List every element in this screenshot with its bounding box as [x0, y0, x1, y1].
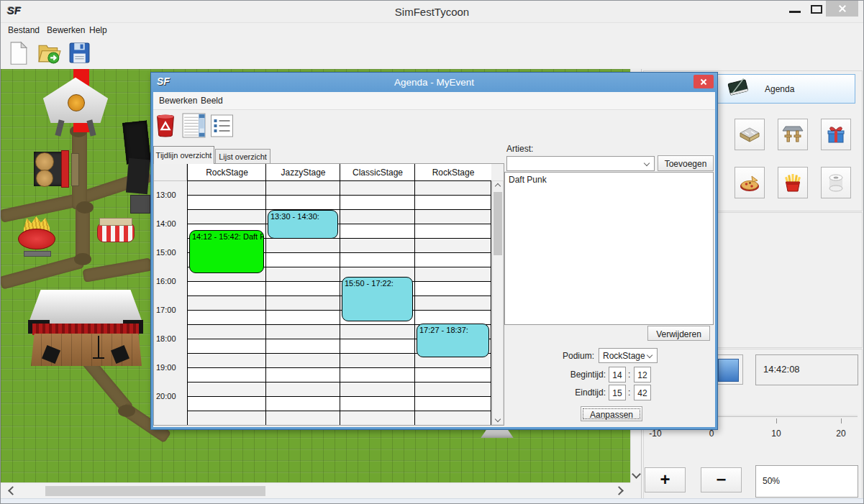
slider-tick — [841, 418, 842, 423]
dirt-path — [82, 257, 153, 282]
map-horizontal-scrollbar[interactable] — [1, 482, 630, 498]
time-label: 17:00 — [156, 306, 176, 314]
slider-label: 0 — [701, 429, 722, 439]
scroll-up-button[interactable] — [493, 181, 503, 191]
tab-timeline-overview[interactable]: Tijdlijn overzicht — [153, 146, 214, 164]
agenda-button[interactable]: Agenda — [717, 74, 855, 104]
fries-icon[interactable] — [778, 167, 808, 198]
window-bottom-edge — [1, 498, 864, 504]
menu-bewerken[interactable]: Bewerken — [47, 25, 85, 35]
main-stage-icon[interactable] — [28, 288, 145, 367]
burger-stand-icon[interactable] — [34, 150, 77, 188]
chevron-down-icon — [647, 352, 652, 358]
scroll-down-button[interactable] — [493, 414, 503, 424]
toilet-paper-icon[interactable] — [821, 167, 851, 198]
schedule-event[interactable]: 15:50 - 17:22: — [342, 277, 413, 321]
menu-bestand[interactable]: Bestand — [8, 25, 40, 35]
new-document-icon[interactable] — [9, 41, 28, 65]
stage-column-header: ClassicStage — [340, 164, 415, 181]
artist-list-item[interactable]: Daft Punk — [509, 175, 713, 185]
apply-button[interactable]: Aanpassen — [581, 406, 642, 421]
minimize-button[interactable] — [789, 11, 801, 13]
tab-list-overview[interactable]: Lijst overzicht — [215, 149, 270, 164]
stage-column-header: RockStage — [188, 164, 266, 181]
scroll-down-button[interactable] — [631, 466, 642, 482]
begin-minute-field[interactable]: 12 — [634, 367, 651, 382]
delete-trash-icon[interactable] — [155, 114, 176, 137]
notebook-icon — [724, 76, 752, 102]
zoom-out-button[interactable]: − — [701, 467, 742, 492]
add-artist-button[interactable]: Toevoegen — [658, 155, 714, 171]
slider-label: 10 — [765, 429, 787, 439]
dialog-menubar: Bewerken Beeld — [153, 92, 715, 110]
grid-vertical-scrollbar[interactable] — [492, 180, 504, 425]
slider-label: -10 — [645, 429, 666, 439]
chevron-down-icon — [632, 469, 641, 479]
artist-label: Artiest: — [506, 144, 533, 154]
dialog-close-button[interactable] — [694, 75, 714, 88]
time-label: 18:00 — [156, 334, 176, 343]
time-label: 16:00 — [156, 277, 176, 285]
time-label: 14:00 — [156, 219, 176, 228]
chevron-down-icon — [495, 416, 501, 422]
stage-equipment-icon[interactable] — [123, 122, 152, 215]
zoom-in-button[interactable]: + — [645, 467, 686, 492]
open-folder-icon[interactable] — [37, 42, 63, 65]
dialog-content: Bewerken Beeld Tijdlijn overzicht Lijst … — [153, 92, 715, 427]
fries-stand-icon[interactable] — [18, 216, 55, 255]
chevron-up-icon — [495, 183, 501, 189]
grid-corner-cell — [154, 164, 187, 181]
slider-label: 20 — [830, 429, 852, 439]
agenda-dialog: SF Agenda - MyEvent Bewerken Beeld Tij — [150, 72, 718, 430]
save-icon[interactable] — [68, 42, 91, 64]
schedule-event[interactable]: 14:12 - 15:42: Daft Punk — [189, 230, 264, 273]
dialog-menu-bewerken[interactable]: Bewerken — [159, 96, 197, 106]
stage-structure-icon[interactable] — [778, 119, 808, 150]
artist-listbox[interactable]: Daft Punk — [504, 172, 714, 325]
podium-combobox[interactable]: RockStage — [599, 348, 658, 363]
clock-value: 14:42:08 — [763, 364, 858, 375]
timeline-view-icon[interactable] — [182, 113, 206, 138]
begin-hour-field[interactable]: 14 — [609, 367, 626, 382]
time-colon: : — [628, 370, 630, 380]
chevron-down-icon — [644, 160, 650, 166]
path-junction — [118, 405, 135, 417]
schedule-grid-panel: 13:0014:0015:0016:0017:0018:0019:0020:00… — [153, 163, 504, 426]
schedule-event[interactable]: 17:27 - 18:37: — [417, 324, 489, 357]
dialog-title: Agenda - MyEvent — [151, 77, 717, 88]
grid-column-line — [340, 164, 340, 426]
schedule-table[interactable]: RockStageJazzyStageClassicStageRockStage… — [187, 164, 491, 426]
end-time-label: Eindtijd: — [535, 388, 606, 398]
end-minute-field[interactable]: 42 — [634, 385, 651, 400]
list-view-icon[interactable] — [210, 114, 234, 137]
scrollbar-thumb[interactable] — [494, 192, 502, 255]
entrance-tent-icon[interactable] — [41, 75, 110, 137]
gift-icon[interactable] — [821, 119, 851, 150]
scrollbar-thumb[interactable] — [45, 486, 265, 496]
end-hour-field[interactable]: 15 — [609, 385, 626, 400]
main-toolbar — [1, 37, 863, 69]
slider-tick — [776, 418, 777, 423]
stage-column-header: JazzyStage — [266, 164, 340, 181]
chevron-left-icon — [8, 486, 17, 495]
dialog-titlebar[interactable]: SF Agenda - MyEvent — [151, 73, 717, 92]
menu-help[interactable]: Help — [89, 25, 107, 35]
grid-column-line — [265, 164, 266, 426]
dialog-menu-beeld[interactable]: Beeld — [201, 96, 223, 106]
window-title: SimFestTycoon — [1, 6, 863, 18]
artist-combobox[interactable] — [506, 156, 655, 171]
road-tile-icon[interactable] — [735, 119, 765, 150]
schedule-event[interactable]: 13:30 - 14:30: — [268, 210, 338, 239]
remove-artist-button[interactable]: Verwijderen — [647, 326, 710, 341]
time-label: 13:00 — [156, 191, 176, 199]
pizza-icon[interactable] — [735, 167, 765, 198]
scroll-right-button[interactable] — [609, 483, 629, 498]
close-button[interactable] — [826, 1, 858, 17]
maximize-button[interactable] — [811, 5, 822, 14]
dirt-path — [1, 255, 84, 290]
zoom-level-field[interactable]: 50% — [755, 465, 858, 498]
scroll-left-button[interactable] — [2, 483, 22, 498]
small-tent-icon — [478, 430, 517, 438]
play-icon — [718, 359, 739, 382]
ticket-booth-icon[interactable] — [97, 218, 135, 242]
